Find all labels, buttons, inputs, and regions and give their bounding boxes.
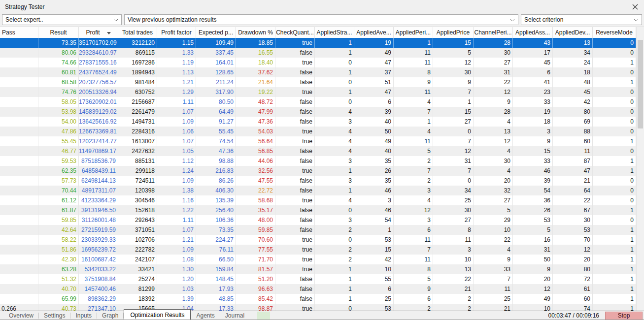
cell-profit-factor: 1.07 xyxy=(157,136,196,146)
cell-checkquant: true xyxy=(275,58,315,67)
cell-reversemode: 1 xyxy=(593,284,636,294)
column-header-channelperi[interactable]: ChannelPeri... xyxy=(474,27,513,38)
column-header-result[interactable]: Result xyxy=(38,27,79,38)
table-row[interactable]: 42.3016100687.422421071.0866.5071.70true… xyxy=(0,255,644,264)
cell-reversemode: 1 xyxy=(593,274,636,284)
cell-appliedstra: 1 xyxy=(315,87,354,97)
column-header-reversemode[interactable]: ReverseMode xyxy=(593,27,636,38)
cell-appliedprice: 10 xyxy=(433,255,474,264)
table-row-selected[interactable]: 73.35351701702.0932121201.15109.4918.85t… xyxy=(0,38,644,48)
table-row[interactable]: 53.98145839129.0222614791.0764.4947.99fa… xyxy=(0,107,644,117)
cell-appliedprice: 7 xyxy=(433,136,474,146)
tab-agents[interactable]: Agents xyxy=(191,311,219,320)
table-row[interactable]: 74.66278371555.1616972861.19164.0118.40t… xyxy=(0,58,644,67)
column-header-label: Drawdown % xyxy=(238,29,273,36)
cell-pass xyxy=(0,136,38,146)
column-header-checkquant[interactable]: CheckQuant... xyxy=(275,27,315,38)
cell-profit-factor: 1.38 xyxy=(157,186,196,195)
expert-select[interactable]: Select expert.. xyxy=(2,14,122,25)
cell-profit: 145839129.02 xyxy=(79,107,118,117)
table-row[interactable]: 61.8739131946.501526181.22256.4035.17fal… xyxy=(0,205,644,215)
column-header-appliedass[interactable]: AppliedAss... xyxy=(513,27,553,38)
column-header-total-trades[interactable]: Total trades xyxy=(118,27,157,38)
column-header-expected-p[interactable]: Expected p... xyxy=(196,27,236,38)
table-row[interactable]: 68.58207327756.579814841.21211.2421.64fa… xyxy=(0,77,644,87)
stop-button[interactable]: Stop xyxy=(605,312,643,320)
table-row[interactable]: 63.285342033.22334211.30159.8481.57true1… xyxy=(0,264,644,274)
cell-appliedprice: 2 xyxy=(433,294,474,304)
tab-graph[interactable]: Graph xyxy=(97,311,123,320)
optimization-results-select[interactable]: View previous optimization results xyxy=(124,14,518,25)
tab-journal[interactable]: Journal xyxy=(220,311,249,320)
cell-appliedave: 51 xyxy=(354,77,394,87)
cell-appliedstra: 0 xyxy=(315,205,354,215)
table-row[interactable]: 58.05173620902.0121566871.1180.5048.72fa… xyxy=(0,97,644,107)
tab-optimization-results[interactable]: Optimization Results xyxy=(124,309,191,320)
cell-expected-p: 337.45 xyxy=(196,48,236,58)
column-header-profit-factor[interactable]: Profit factor xyxy=(157,27,196,38)
table-row[interactable]: 74.76200513326.946307521.29317.9019.22tr… xyxy=(0,87,644,97)
cell-appliedperi: 9 xyxy=(394,77,433,87)
cell-appliedperi: 12 xyxy=(394,205,433,215)
cell-appliedprice: 0 xyxy=(433,176,474,186)
cell-appliedass: 5 xyxy=(513,225,553,235)
table-row[interactable]: 58.2223033929.331027061.21224.2770.60tru… xyxy=(0,235,644,245)
table-row[interactable]: 80.06293284610.978691151.33337.4516.55fa… xyxy=(0,48,644,58)
cell-profit: 898362.29 xyxy=(79,294,118,304)
column-header-profit[interactable]: Profit xyxy=(79,27,118,38)
cell-appliedprice: 13 xyxy=(433,264,474,274)
cell-channelperi: 28 xyxy=(474,38,513,48)
cell-profit-factor: 1.07 xyxy=(157,225,196,235)
cell-reversemode: 1 xyxy=(593,264,636,274)
cell-appliedstra: 4 xyxy=(315,107,354,117)
bottom-tab-bar: OverviewSettingsInputsGraphOptimization … xyxy=(0,311,644,320)
cell-profit: 200513326.94 xyxy=(79,87,118,97)
table-row[interactable]: 0.26640.73271347.10156651.0417.3398.87tr… xyxy=(0,304,644,311)
table-row[interactable]: 60.81243776524.4918949431.13128.6537.62f… xyxy=(0,67,644,77)
column-header-applieddev[interactable]: AppliedDev... xyxy=(553,27,593,38)
cell-channelperi: 13 xyxy=(474,127,513,136)
criterion-select[interactable]: Select criterion xyxy=(521,14,642,25)
table-row[interactable]: 65.99898362.29183921.3948.8585.42false12… xyxy=(0,294,644,304)
cell-applieddev: 70 xyxy=(553,235,593,245)
column-header-appliedperi[interactable]: AppliedPeri... xyxy=(394,27,433,38)
cell-appliedstra: 1 xyxy=(315,186,354,195)
table-row[interactable]: 62.3564858439.112991181.24216.8332.56tru… xyxy=(0,166,644,176)
cell-checkquant: true xyxy=(275,255,315,264)
table-row[interactable]: 59.8531126001.482926431.11106.3648.00fal… xyxy=(0,215,644,225)
vertical-scrollbar[interactable] xyxy=(636,27,644,311)
column-header-pass[interactable]: Pass xyxy=(0,27,38,38)
column-header-appliedstra[interactable]: AppliedStra... xyxy=(315,27,354,38)
cell-appliedprice: 2 xyxy=(433,304,474,311)
tab-settings[interactable]: Settings xyxy=(39,311,70,320)
cell-expected-p: 48.85 xyxy=(196,294,236,304)
cell-profit: 126673369.81 xyxy=(79,127,118,136)
column-header-appliedprice[interactable]: AppliedPrice xyxy=(433,27,474,38)
table-row[interactable]: 51.8616956239.722227821.0976.1177.55true… xyxy=(0,245,644,255)
table-row[interactable]: 61.1241233364.293045461.16135.3958.68tru… xyxy=(0,195,644,205)
optimization-results-table: PassResultProfitTotal tradesProfit facto… xyxy=(0,27,644,311)
column-header-drawdown[interactable]: Drawdown % xyxy=(236,27,275,38)
cell-pass xyxy=(0,58,38,67)
column-header-appliedave[interactable]: AppliedAve... xyxy=(354,27,394,38)
window-title: Strategy Tester xyxy=(5,3,44,10)
cell-drawdown: 51.20 xyxy=(236,274,275,284)
table-row[interactable]: 46.77114970869.1724276321.0547.3656.85fa… xyxy=(0,146,644,156)
scrollbar-thumb[interactable] xyxy=(638,40,643,128)
tab-inputs[interactable]: Inputs xyxy=(70,311,97,320)
table-row[interactable]: 55.45120237414.7716130071.0774.5456.64tr… xyxy=(0,136,644,146)
cell-reversemode: 1 xyxy=(593,294,636,304)
table-row[interactable]: 51.323751908.84252741.20148.4551.20false… xyxy=(0,274,644,284)
table-row[interactable]: 54.00136425616.9214947311.0991.2747.36fa… xyxy=(0,117,644,127)
table-row[interactable]: 40.701457400.46812991.0317.9396.63false1… xyxy=(0,284,644,294)
cell-profit: 16956239.72 xyxy=(79,245,118,255)
table-row[interactable]: 59.5387518536.798851311.1298.8844.06fals… xyxy=(0,156,644,166)
table-row[interactable]: 57.7362498144.137245111.0986.2647.55fals… xyxy=(0,176,644,186)
cell-profit: 120237414.77 xyxy=(79,136,118,146)
close-icon[interactable] xyxy=(631,3,639,11)
cell-appliedave: 35 xyxy=(354,176,394,186)
table-row[interactable]: 47.86126673369.8122843161.0655.4554.03tr… xyxy=(0,127,644,136)
table-row[interactable]: 42.6427215919.593710511.0773.3559.85fals… xyxy=(0,225,644,235)
table-row[interactable]: 70.4448917311.071203981.38406.3022.72fal… xyxy=(0,186,644,195)
tab-overview[interactable]: Overview xyxy=(4,311,38,320)
